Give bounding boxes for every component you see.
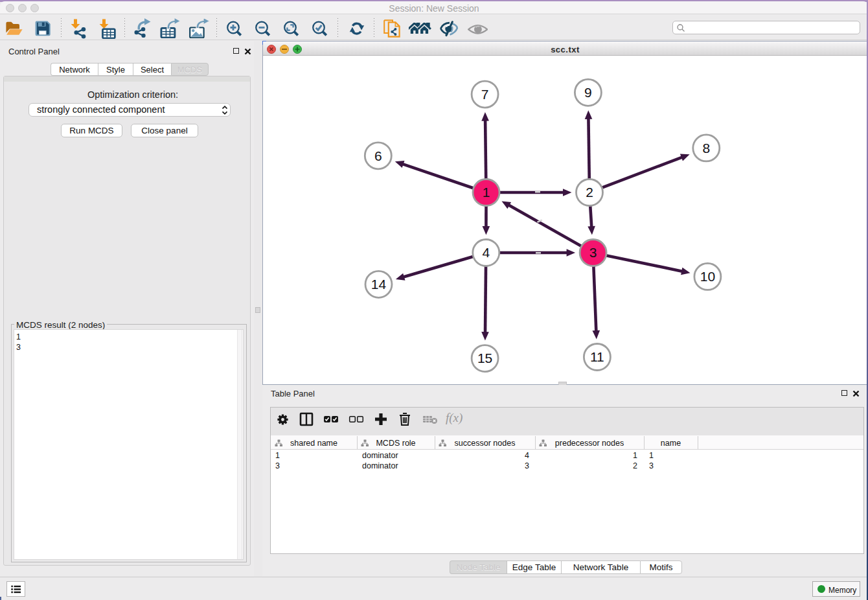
svg-text:2: 2 xyxy=(586,185,593,200)
svg-text:15: 15 xyxy=(477,351,492,365)
svg-text:14: 14 xyxy=(371,277,387,292)
svg-text:1: 1 xyxy=(483,185,490,200)
svg-text:7: 7 xyxy=(481,87,489,102)
svg-text:10: 10 xyxy=(700,269,715,284)
svg-text:11: 11 xyxy=(590,349,604,364)
svg-text:6: 6 xyxy=(374,148,382,163)
svg-text:3: 3 xyxy=(589,245,597,260)
svg-text:4: 4 xyxy=(482,245,490,260)
svg-text:9: 9 xyxy=(584,85,592,100)
svg-text:8: 8 xyxy=(702,141,710,156)
